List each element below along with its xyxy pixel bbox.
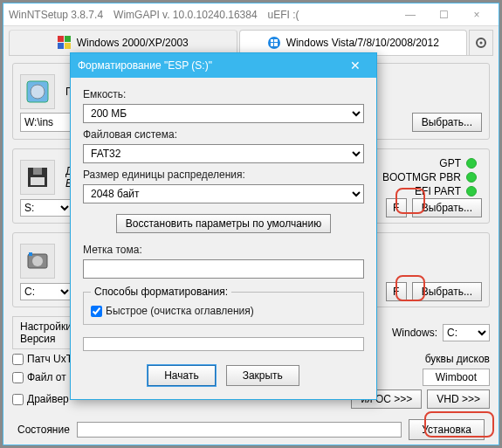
patch-checkbox[interactable]: Патч UxT: [12, 353, 72, 365]
format-methods-label: Способы форматирования:: [91, 286, 231, 298]
tab-legacy[interactable]: Windows 2000/XP/2003: [9, 30, 237, 55]
status-lights: GPT BOOTMGR PBR EFI PART: [382, 156, 477, 198]
boot-format-button[interactable]: F: [386, 198, 407, 217]
dialog-progress-bar: [83, 337, 364, 351]
settings-label: Настройки: [20, 320, 72, 333]
minimize-button[interactable]: —: [394, 5, 427, 24]
gpt-label: GPT: [439, 156, 461, 170]
svg-point-10: [480, 42, 483, 45]
svg-rect-3: [65, 43, 71, 49]
tab-legacy-label: Windows 2000/XP/2003: [77, 37, 189, 49]
titlebar: WinNTSetup 3.8.7.4 WimGAPI v. 10.0.10240…: [3, 3, 499, 26]
svg-rect-15: [31, 177, 45, 185]
api-title: WimGAPI v. 10.0.10240.16384: [113, 9, 258, 21]
install-button[interactable]: Установка: [409, 419, 485, 440]
restore-defaults-button[interactable]: Восстановить параметры по умолчанию: [116, 214, 331, 233]
dialog-titlebar: Форматирование "ESP (S:)" ✕: [71, 53, 376, 78]
install-browse-button[interactable]: Выбрать...: [412, 282, 482, 301]
version-label: Версия: [20, 333, 72, 345]
svg-rect-1: [65, 36, 71, 42]
bootmgr-label: BOOTMGR PBR: [382, 170, 461, 184]
boot-browse-button[interactable]: Выбрать...: [412, 198, 482, 217]
svg-rect-5: [271, 39, 273, 42]
fileot-checkbox[interactable]: Файл от: [12, 371, 66, 383]
capacity-select[interactable]: 200 МБ: [83, 104, 364, 123]
floppy-icon: [20, 160, 55, 195]
quick-format-checkbox[interactable]: Быстрое (очистка оглавления): [91, 305, 356, 317]
vhd-button[interactable]: VHD >>>: [427, 389, 490, 409]
allocation-select[interactable]: 2048 байт: [83, 184, 364, 203]
state-label: Состояние: [17, 424, 70, 436]
volume-label-input[interactable]: [83, 259, 364, 279]
hdd-icon: [20, 244, 55, 279]
close-button[interactable]: ×: [460, 5, 493, 24]
app-title: WinNTSetup 3.8.7.4: [9, 9, 103, 21]
state-row: Состояние Установка: [12, 416, 490, 444]
windows-flag-icon: [58, 36, 72, 50]
format-dialog: Форматирование "ESP (S:)" ✕ Емкость: 200…: [70, 52, 377, 400]
filesystem-select[interactable]: FAT32: [83, 144, 364, 163]
tab-modern[interactable]: Windows Vista/7/8/10/2008/2012: [239, 30, 468, 55]
gpt-dot-icon: [466, 158, 477, 169]
cancel-button[interactable]: Закрыть: [226, 365, 299, 386]
boot-drive-select[interactable]: S:: [20, 199, 72, 217]
tab-modern-label: Windows Vista/7/8/10/2008/2012: [286, 37, 439, 49]
volume-label-label: Метка тома:: [83, 244, 364, 256]
start-button[interactable]: Начать: [148, 365, 216, 386]
efi-title: uEFI :(: [268, 9, 299, 21]
svg-rect-6: [274, 39, 278, 42]
svg-point-12: [31, 85, 45, 99]
svg-rect-8: [274, 43, 278, 46]
gear-icon: [474, 36, 488, 50]
efipart-label: EFI PART: [415, 184, 461, 198]
drives-label: буквы дисков: [425, 353, 490, 365]
format-methods-group: Способы форматирования: Быстрое (очистка…: [83, 286, 364, 325]
disc-icon: [20, 74, 55, 109]
filesystem-label: Файловая система:: [83, 128, 364, 141]
progress-bar: [77, 422, 402, 438]
allocation-label: Размер единицы распределения:: [83, 169, 364, 181]
capacity-label: Емкость:: [83, 88, 364, 100]
wimboot-label: Wimboot: [423, 369, 490, 386]
install-drive-select[interactable]: C:: [20, 283, 72, 300]
svg-rect-0: [58, 36, 64, 42]
bootmgr-dot-icon: [466, 172, 477, 183]
windows-logo-icon: [267, 36, 281, 50]
efipart-dot-icon: [466, 186, 477, 196]
svg-rect-2: [58, 43, 64, 49]
windows-drive-select[interactable]: C:: [443, 324, 490, 341]
dialog-title: Форматирование "ESP (S:)": [78, 59, 212, 72]
svg-rect-14: [33, 168, 42, 175]
svg-point-17: [32, 256, 43, 266]
windows-label: Windows:: [392, 327, 437, 339]
svg-rect-18: [29, 252, 32, 256]
install-format-button[interactable]: F: [386, 282, 407, 301]
drivers-checkbox[interactable]: Драйвер: [12, 393, 69, 405]
source-browse-button[interactable]: Выбрать...: [412, 113, 482, 132]
svg-rect-7: [271, 43, 273, 46]
maximize-button[interactable]: ☐: [427, 5, 460, 24]
dialog-close-button[interactable]: ✕: [341, 57, 369, 74]
tab-settings[interactable]: [469, 30, 493, 55]
